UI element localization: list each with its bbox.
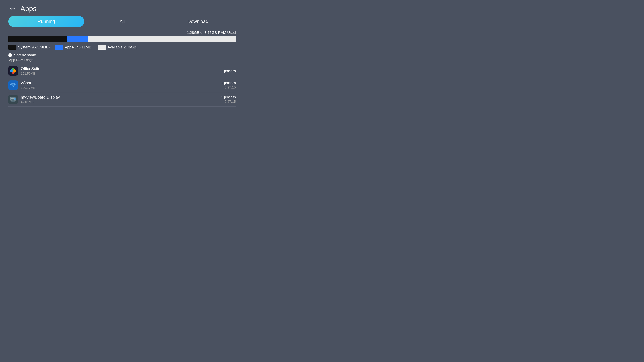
app-item-myviewboard[interactable]: myViewBoard Display 47.01MB 1 process 0:… (8, 92, 236, 107)
tab-download[interactable]: Download (160, 16, 236, 27)
myviewboard-name: myViewBoard Display (21, 95, 221, 99)
myviewboard-process: 1 process 0:27:15 (221, 95, 236, 104)
tabs-bar: Running All Download (8, 16, 236, 27)
legend-swatch-available (98, 45, 106, 50)
myviewboard-icon (8, 95, 18, 104)
vcast-name: vCast (21, 81, 221, 85)
myviewboard-size: 47.01MB (21, 100, 221, 104)
legend-swatch-system (8, 45, 16, 50)
officesuite-info: OfficeSuite 101.50MB (21, 66, 221, 75)
legend-apps: Apps(348.11MB) (55, 45, 92, 50)
vcast-size: 100.77MB (21, 86, 221, 90)
officesuite-svg (10, 67, 17, 75)
svg-point-5 (12, 86, 14, 87)
tab-all[interactable]: All (84, 16, 160, 27)
vcast-process-count: 1 process (221, 81, 236, 85)
vcast-process-time: 0:27:15 (224, 85, 236, 89)
legend-system: System(967.79MB) (8, 45, 50, 50)
officesuite-process: 1 process (221, 69, 236, 73)
back-button[interactable]: ↩ (8, 5, 16, 13)
sort-row[interactable]: Sort by name (8, 53, 236, 57)
legend-apps-label: Apps(348.11MB) (65, 45, 92, 49)
tab-running[interactable]: Running (8, 16, 84, 27)
app-ram-label: App RAM usage (8, 58, 236, 62)
legend-system-label: System(967.79MB) (18, 45, 50, 49)
myviewboard-process-time: 0:27:15 (224, 100, 236, 104)
app-list: OfficeSuite 101.50MB 1 process (8, 64, 236, 107)
ram-bar-apps (67, 36, 88, 42)
officesuite-process-count: 1 process (221, 69, 236, 73)
back-icon: ↩ (10, 6, 15, 12)
legend-swatch-apps (55, 45, 63, 50)
ram-summary-text: 1.28GB of 3.75GB RAM Used (187, 30, 236, 35)
header: ↩ Apps (0, 0, 244, 16)
sort-label: Sort by name (14, 53, 36, 57)
vcast-icon (8, 80, 18, 90)
sort-radio[interactable] (8, 53, 12, 57)
ram-bar-available (88, 36, 236, 42)
ram-bar (8, 36, 236, 42)
svg-rect-11 (12, 100, 14, 101)
app-item-officesuite[interactable]: OfficeSuite 101.50MB 1 process (8, 64, 236, 78)
svg-rect-9 (11, 98, 14, 98)
ram-summary: 1.28GB of 3.75GB RAM Used (8, 30, 236, 35)
legend-available-label: Available(2.46GB) (108, 45, 137, 49)
officesuite-size: 101.50MB (21, 72, 221, 75)
ram-bar-system (8, 36, 67, 42)
vcast-info: vCast 100.77MB (21, 81, 221, 90)
main-content: Running All Download 1.28GB of 3.75GB RA… (0, 16, 244, 107)
vcast-process: 1 process 0:27:15 (221, 81, 236, 89)
app-item-vcast[interactable]: vCast 100.77MB 1 process 0:27:15 (8, 78, 236, 92)
officesuite-icon (8, 66, 18, 76)
officesuite-name: OfficeSuite (21, 66, 221, 71)
svg-rect-10 (11, 99, 14, 99)
legend-available: Available(2.46GB) (98, 45, 137, 50)
svg-rect-12 (12, 101, 15, 102)
myviewboard-process-count: 1 process (221, 95, 236, 99)
page-title: Apps (20, 5, 36, 13)
myviewboard-info: myViewBoard Display 47.01MB (21, 95, 221, 104)
vcast-svg (10, 81, 17, 89)
ram-legend: System(967.79MB) Apps(348.11MB) Availabl… (8, 45, 236, 50)
myviewboard-svg (10, 96, 17, 103)
